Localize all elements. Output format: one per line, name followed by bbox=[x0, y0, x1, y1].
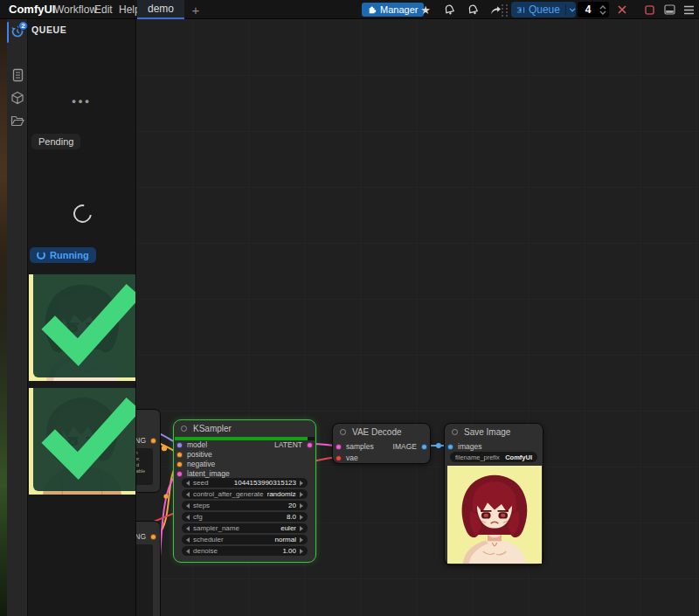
puzzle-icon bbox=[368, 5, 377, 14]
conditioning-output-port[interactable] bbox=[150, 438, 156, 444]
link-midpoint-dot[interactable] bbox=[436, 443, 441, 448]
widget-label: control_after_generate bbox=[193, 490, 264, 498]
samples-input-port[interactable] bbox=[336, 444, 342, 450]
new-workflow-tab-button[interactable]: + bbox=[188, 0, 204, 19]
bell-slash-icon[interactable] bbox=[465, 0, 481, 19]
queue-result-item[interactable]: 352.64s bbox=[29, 388, 135, 495]
sidebar-item-node-library[interactable] bbox=[7, 65, 28, 86]
pending-section-label: Pending bbox=[31, 134, 80, 149]
stepper-down-icon[interactable] bbox=[599, 10, 606, 15]
prompt-text-widget[interactable]: th lor, ed itable bbox=[136, 448, 153, 485]
loading-spinner bbox=[70, 201, 95, 226]
sidebar-item-queue[interactable]: 2 bbox=[7, 21, 28, 42]
workflow-tab-demo[interactable]: demo bbox=[137, 0, 184, 19]
increment-arrow-icon[interactable] bbox=[300, 526, 303, 531]
conditioning-output: NING bbox=[136, 532, 156, 541]
node-title: VAE Decode bbox=[352, 427, 402, 437]
sidebar-item-workflows[interactable] bbox=[7, 110, 28, 131]
duration-badge: 352.64s bbox=[33, 388, 135, 491]
decrement-arrow-icon[interactable] bbox=[186, 515, 190, 520]
filename-prefix-widget[interactable]: filename_prefix ComfyUI bbox=[450, 452, 537, 462]
model-input-label: model bbox=[187, 440, 207, 449]
bottom-panel-toggle-icon[interactable] bbox=[661, 0, 677, 19]
conditioning-output-label: NING bbox=[136, 436, 146, 445]
bell-icon[interactable] bbox=[441, 0, 457, 19]
check-icon bbox=[38, 388, 135, 489]
saved-image-preview[interactable] bbox=[447, 466, 542, 564]
prompt-line: itable bbox=[136, 468, 151, 474]
decrement-arrow-icon[interactable] bbox=[186, 481, 190, 486]
increment-arrow-icon[interactable] bbox=[300, 492, 303, 497]
clip-text-encode-node-partial-bottom[interactable]: NING bbox=[136, 521, 161, 616]
clip-text-encode-node-partial-top[interactable]: NING th lor, ed itable bbox=[136, 409, 161, 493]
queue-button-divider bbox=[565, 4, 566, 15]
vae-decode-node[interactable]: VAE Decode samples vae IMAGE bbox=[332, 423, 431, 464]
save-image-node[interactable]: Save Image images filename_prefix ComfyU… bbox=[444, 423, 543, 565]
widget-seed[interactable]: seed 1044153990315123 bbox=[182, 478, 308, 488]
running-label: Running bbox=[50, 250, 89, 260]
widget-value: randomize bbox=[267, 490, 297, 498]
negative-input-label: negative bbox=[187, 460, 215, 468]
prompt-text-widget[interactable] bbox=[136, 544, 153, 616]
cube-icon bbox=[10, 91, 24, 105]
node-title: Save Image bbox=[464, 427, 510, 437]
link-reroute-dot[interactable] bbox=[162, 446, 167, 451]
increment-arrow-icon[interactable] bbox=[300, 503, 303, 509]
decrement-arrow-icon[interactable] bbox=[186, 549, 190, 554]
widget-scheduler[interactable]: scheduler normal bbox=[182, 535, 308, 544]
widget-value: 1044153990315123 bbox=[211, 479, 296, 487]
menu-workflow[interactable]: Workflow bbox=[54, 0, 97, 19]
widget-cfg[interactable]: cfg 8.0 bbox=[182, 512, 308, 522]
queue-sidebar-panel: QUEUE ••• Pending Running bbox=[28, 19, 136, 616]
menu-edit[interactable]: Edit bbox=[94, 0, 113, 19]
star-icon[interactable]: ★ bbox=[418, 0, 433, 19]
decrement-arrow-icon[interactable] bbox=[186, 492, 190, 497]
document-icon bbox=[11, 68, 24, 82]
stepper-up-icon[interactable] bbox=[599, 5, 606, 10]
latent-output-port[interactable] bbox=[307, 442, 313, 448]
node-collapse-dot[interactable] bbox=[340, 429, 346, 435]
decrement-arrow-icon[interactable] bbox=[186, 526, 190, 531]
node-collapse-dot[interactable] bbox=[181, 426, 187, 432]
batch-count-input[interactable]: 4 bbox=[578, 2, 609, 17]
negative-input-port[interactable] bbox=[176, 461, 183, 467]
positive-input-port[interactable] bbox=[176, 452, 183, 458]
clear-queue-icon[interactable] bbox=[614, 0, 630, 19]
hamburger-menu-icon[interactable] bbox=[681, 0, 696, 19]
queue-run-button[interactable]: Queue bbox=[511, 2, 576, 17]
queue-run-icon bbox=[516, 5, 525, 15]
toolbar-drag-handle[interactable] bbox=[502, 4, 509, 16]
widget-control-after-generate[interactable]: control_after_generate randomize bbox=[182, 489, 308, 499]
image-output-port[interactable] bbox=[421, 444, 427, 450]
increment-arrow-icon[interactable] bbox=[300, 481, 303, 486]
queue-more-indicator[interactable]: ••• bbox=[28, 94, 135, 107]
widget-value: euler bbox=[243, 524, 296, 532]
node-collapse-dot[interactable] bbox=[452, 429, 458, 435]
manager-label: Manager bbox=[380, 4, 418, 15]
sidebar-item-model-library[interactable] bbox=[7, 87, 28, 108]
vae-input-port[interactable] bbox=[336, 455, 342, 461]
stop-icon[interactable] bbox=[641, 0, 657, 19]
comfyui-logo[interactable]: ComfyUI bbox=[9, 0, 55, 19]
decrement-arrow-icon[interactable] bbox=[186, 537, 190, 543]
increment-arrow-icon[interactable] bbox=[300, 537, 303, 543]
widget-denoise[interactable]: denoise 1.00 bbox=[182, 546, 308, 556]
widget-steps[interactable]: steps 20 bbox=[182, 501, 308, 510]
conditioning-output-port[interactable] bbox=[150, 534, 156, 540]
images-input-port[interactable] bbox=[447, 444, 453, 450]
latent-image-input-port[interactable] bbox=[176, 471, 183, 477]
node-graph-canvas[interactable]: NING th lor, ed itable NING KSampler mod… bbox=[136, 19, 699, 616]
share-arrow-glyph bbox=[490, 4, 502, 15]
increment-arrow-icon[interactable] bbox=[300, 515, 303, 520]
decrement-arrow-icon[interactable] bbox=[186, 503, 190, 509]
ksampler-node[interactable]: KSampler model positive negative latent_… bbox=[173, 419, 316, 563]
manager-button[interactable]: Manager bbox=[362, 3, 424, 17]
widget-sampler-name[interactable]: sampler_name euler bbox=[182, 523, 308, 533]
link-reroute-dot[interactable] bbox=[163, 494, 168, 498]
increment-arrow-icon[interactable] bbox=[300, 549, 303, 554]
conditioning-output-label: NING bbox=[136, 532, 146, 541]
widget-value: normal bbox=[227, 536, 296, 543]
chevron-down-icon[interactable] bbox=[569, 7, 576, 13]
model-input-port[interactable] bbox=[176, 442, 183, 448]
queue-result-item[interactable]: 345.64s bbox=[29, 274, 135, 381]
